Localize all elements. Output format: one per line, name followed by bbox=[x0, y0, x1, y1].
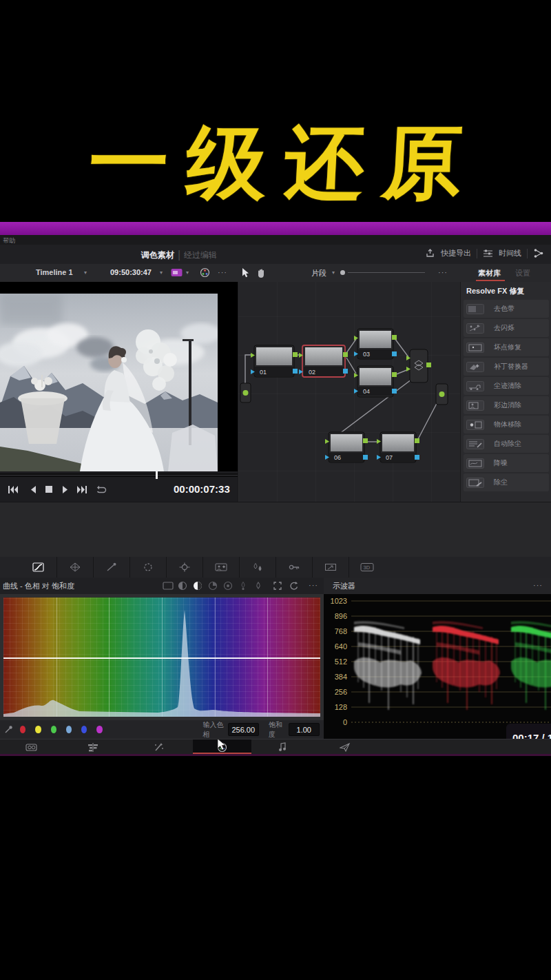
svg-text:640: 640 bbox=[335, 642, 347, 651]
scope-more-button[interactable]: ··· bbox=[533, 581, 543, 589]
tab-stereo-3d[interactable]: 3D bbox=[349, 557, 385, 578]
custom-curve-button[interactable] bbox=[163, 582, 174, 590]
fx-item[interactable]: 尘迹清除 bbox=[464, 377, 549, 395]
tab-power-window[interactable] bbox=[129, 557, 167, 578]
hue-vs-sat-panel[interactable] bbox=[0, 594, 324, 720]
svg-text:3D: 3D bbox=[363, 564, 370, 571]
timecode-display[interactable]: 09:50:30:47 bbox=[110, 268, 152, 276]
page-media[interactable] bbox=[10, 739, 52, 755]
node-01[interactable]: 01 bbox=[251, 345, 298, 377]
chevron-down-icon[interactable]: ▾ bbox=[84, 269, 87, 276]
tab-tracker[interactable] bbox=[166, 557, 203, 578]
fx-item[interactable]: 去闪烁 bbox=[464, 319, 549, 337]
fx-item[interactable]: 补丁替换器 bbox=[464, 358, 549, 376]
layer-mixer-node[interactable] bbox=[406, 349, 431, 382]
expand-panel-icon[interactable] bbox=[273, 581, 282, 591]
fx-item[interactable]: 去色带 bbox=[464, 300, 549, 318]
clip-dropdown[interactable]: 片段 bbox=[311, 268, 326, 278]
saturation-value[interactable]: 1.00 bbox=[289, 723, 320, 736]
chevron-down-icon[interactable]: ▾ bbox=[332, 269, 335, 276]
timelines-button[interactable]: 时间线 bbox=[499, 248, 521, 258]
page-edit[interactable] bbox=[72, 739, 114, 755]
output-node[interactable] bbox=[436, 384, 448, 405]
fx-item-label: 去闪烁 bbox=[494, 323, 514, 333]
fx-thumb-icon bbox=[466, 381, 484, 391]
sat-vs-sat-button[interactable] bbox=[238, 581, 248, 591]
curve-more-button[interactable]: ··· bbox=[309, 581, 318, 589]
quick-export-button[interactable]: 快捷导出 bbox=[441, 248, 471, 258]
swatch-magenta[interactable] bbox=[96, 726, 102, 733]
source-node[interactable] bbox=[240, 383, 251, 402]
tab-qualifier[interactable] bbox=[93, 557, 130, 578]
hue-vs-lum-button[interactable] bbox=[208, 581, 218, 591]
fx-item[interactable]: 自动除尘 bbox=[464, 435, 549, 453]
tab-magic-mask[interactable] bbox=[202, 557, 240, 578]
play-button[interactable] bbox=[58, 483, 73, 496]
hue-vs-sat-button-active[interactable] bbox=[193, 581, 202, 591]
fx-thumb-icon bbox=[466, 400, 484, 411]
node-03[interactable]: 03 bbox=[354, 329, 397, 359]
fx-item[interactable]: 彩边消除 bbox=[464, 396, 549, 414]
sat-vs-lum-button[interactable] bbox=[253, 581, 263, 591]
share-nodes-icon[interactable] bbox=[533, 248, 544, 258]
fx-item-label: 彩边消除 bbox=[494, 400, 521, 410]
scrub-bar[interactable] bbox=[0, 473, 238, 477]
loop-button[interactable] bbox=[94, 483, 109, 496]
node-zoom-handle[interactable] bbox=[340, 270, 345, 275]
fx-item-label: 除尘 bbox=[494, 478, 508, 487]
viewer-more-button[interactable]: ··· bbox=[218, 268, 227, 276]
fx-item[interactable]: 物体移除 bbox=[464, 416, 549, 433]
fx-item[interactable]: 除尘 bbox=[464, 473, 549, 491]
waveform-scope: 1023 896 768 640 512 384 256 128 0 bbox=[324, 594, 551, 739]
node-04[interactable]: 04 bbox=[354, 366, 397, 397]
tab-fx-library[interactable]: 素材库 bbox=[478, 268, 501, 278]
hue-vs-hue-button[interactable] bbox=[178, 581, 187, 591]
select-tool-icon[interactable] bbox=[241, 267, 250, 278]
lum-vs-sat-button[interactable] bbox=[223, 581, 233, 591]
node-02-selected[interactable]: 02 bbox=[299, 345, 348, 377]
reset-icon[interactable] bbox=[289, 581, 299, 591]
swatch-yellow[interactable] bbox=[35, 726, 41, 733]
fx-item[interactable]: 坏点修复 bbox=[464, 338, 549, 356]
tab-color-warper[interactable] bbox=[56, 557, 94, 578]
sat-curve-line[interactable] bbox=[3, 657, 320, 659]
tab-edited[interactable]: 经过编辑 bbox=[184, 249, 217, 261]
swatch-red[interactable] bbox=[20, 726, 25, 733]
chevron-down-icon[interactable]: ▾ bbox=[160, 269, 163, 276]
svg-text:512: 512 bbox=[335, 657, 347, 666]
tab-fx-settings[interactable]: 设置 bbox=[515, 268, 530, 278]
step-back-button[interactable] bbox=[25, 483, 40, 496]
page-fusion[interactable] bbox=[138, 739, 179, 755]
fx-thumb-icon bbox=[466, 458, 484, 469]
page-fairlight[interactable] bbox=[262, 739, 303, 755]
clip-flag-icon[interactable] bbox=[171, 268, 183, 277]
tab-blur[interactable] bbox=[239, 557, 276, 578]
tab-curves[interactable] bbox=[20, 557, 57, 578]
scope-selector[interactable]: 示波器 bbox=[333, 581, 355, 591]
fx-item[interactable]: 降噪 bbox=[464, 454, 549, 472]
node-more-button[interactable]: ··· bbox=[438, 268, 448, 276]
tab-grade-media[interactable]: 调色素材 bbox=[141, 249, 174, 261]
fx-thumb-icon bbox=[466, 323, 484, 334]
hue-spectrum[interactable] bbox=[3, 598, 320, 717]
eyedropper-icon[interactable] bbox=[4, 725, 13, 734]
swatch-sky-blue[interactable] bbox=[66, 726, 72, 733]
input-hue-value[interactable]: 256.00 bbox=[228, 723, 260, 736]
swatch-blue[interactable] bbox=[81, 726, 87, 733]
tab-sizing[interactable] bbox=[312, 557, 349, 578]
color-wheel-icon[interactable] bbox=[200, 267, 210, 278]
swatch-green[interactable] bbox=[51, 726, 56, 733]
go-to-start-button[interactable] bbox=[6, 483, 21, 496]
playhead[interactable] bbox=[156, 471, 158, 479]
timeline-selector[interactable]: Timeline 1 bbox=[36, 268, 73, 276]
chevron-down-icon[interactable]: ▾ bbox=[186, 269, 189, 276]
node-07[interactable]: 07 bbox=[377, 432, 419, 462]
pan-tool-icon[interactable] bbox=[256, 268, 266, 278]
stop-button[interactable] bbox=[41, 483, 56, 496]
tab-key[interactable] bbox=[276, 557, 313, 578]
page-deliver[interactable] bbox=[324, 739, 365, 755]
node-06[interactable]: 06 bbox=[325, 432, 368, 462]
go-to-end-button[interactable] bbox=[74, 483, 90, 496]
node-zoom-slider[interactable] bbox=[348, 272, 425, 273]
hairpiece bbox=[121, 357, 127, 363]
